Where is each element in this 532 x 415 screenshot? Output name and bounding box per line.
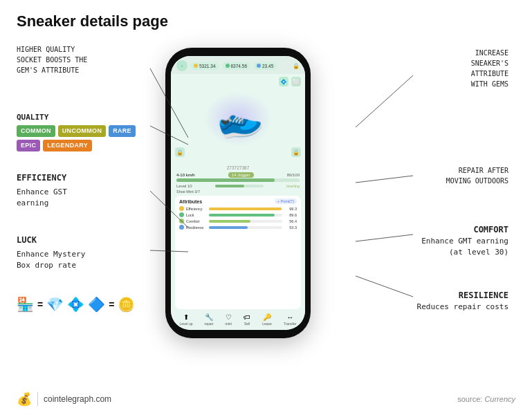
resilience-icon [179,225,184,230]
hp-bar-row [171,178,305,183]
resilience-annotation: RESILIENCE Reduces repair costs [417,290,508,313]
attr-efficiency-row: Efficiency 99.3 [179,206,297,211]
attr-luck-label: Luck [186,213,207,217]
shop-icon: 🏪 [17,296,34,313]
shoe-mint-label: Shoe Mint 3/7 [176,190,200,194]
stat-blue-value: 23.45 [262,64,273,68]
attr-comfort-label: Comfort [186,219,207,223]
shoe-mint-row: Shoe Mint 3/7 [171,189,305,194]
repair-annotation: REPAIR AFTERMOVING OUTDOORS [446,165,508,186]
phone-screen: ‹ 5321.34 6374.56 23.45 [171,56,305,330]
attributes-title: Attributes [179,199,202,204]
higher-quality-annotation: HIGHER QUALITYSOCKET BOOSTS THEGEM'S ATT… [17,44,87,75]
stat-green-value: 6374.56 [231,64,248,68]
badge-epic: EPIC [17,140,40,151]
page-container: Sneaker details page HIGHER QUALITYSOCKE… [0,0,532,415]
attr-efficiency-value: 99.3 [284,207,297,211]
source-prefix: source: [457,395,484,403]
phone-mockup: ‹ 5321.34 6374.56 23.45 [165,48,311,338]
nav-lease-label: Lease [262,322,272,326]
lock-icon: 🔒 [293,63,300,69]
nav-mint-label: mint [226,322,232,326]
nav-repair[interactable]: 🔧 repair [205,313,214,326]
luck-label: LUCK [17,234,85,246]
gem-socket-1[interactable]: 💠 [279,77,288,86]
lease-icon: 🔑 [263,313,271,321]
nav-sell-label: Sell [244,322,250,326]
main-content: HIGHER QUALITYSOCKET BOOSTS THEGEM'S ATT… [17,37,515,404]
footer-divider [37,392,38,406]
footer-site: cointelegraph.com [44,394,111,404]
repair-icon: 🔧 [205,313,213,321]
resilience-label: RESILIENCE [417,290,508,302]
efficiency-icon [179,206,184,211]
nav-lease[interactable]: 🔑 Lease [262,313,272,326]
right-panel: INCREASESNEAKER'SATTRIBUTEWITH GEMS REPA… [321,37,515,404]
phone-bottom-nav: ⬆ Level up 🔧 repair ♡ mint 🏷 [171,311,305,330]
nav-repair-label: repair [205,322,214,326]
sneaker-area: 👟 💠 ⬜ 🔒 🔒 [171,74,305,164]
badge-legendary: LEGENDARY [43,140,92,151]
phone-notch [214,48,262,56]
center-panel: ‹ 5321.34 6374.56 23.45 [155,37,321,404]
socket-right[interactable]: 🔒 [291,147,301,157]
attr-efficiency-label: Efficiency [186,207,207,211]
comfort-desc: Enhance GMT earning(at level 30) [421,236,508,259]
level-bar-inner [215,185,244,187]
hp-label: 80/100 [287,173,300,177]
attr-resilience-label: Resilience [186,225,207,230]
attr-comfort-value: 56.4 [284,219,297,223]
attributes-section: Attributes + Point(7) Efficiency 99.3 [175,196,301,309]
footer-left: 💰 cointelegraph.com [17,391,111,407]
efficiency-section: EFFICIENCY Enhance GSTearning [17,172,67,210]
luck-section: LUCK Enhance MysteryBox drop rate [17,234,85,272]
gem-socket-2[interactable]: ⬜ [291,77,301,86]
level-label: Level 10 [176,184,192,188]
level-bar [215,185,264,187]
nav-levelup[interactable]: ⬆ Level up [180,313,193,326]
luck-icon [179,212,184,217]
sell-icon: 🏷 [244,313,250,321]
footer-source: source: Currency [457,395,515,403]
efficiency-label: EFFICIENCY [17,172,67,184]
attr-comfort-row: Comfort 56.4 [179,219,297,223]
mint-icon: ♡ [226,313,232,321]
socket-left[interactable]: 🔒 [175,147,185,157]
coin-icon: 🪙 [118,296,135,313]
nav-transfer-label: Transfer [284,322,296,326]
attr-luck-value: 89.6 [284,213,297,217]
gems-icon-3: 🔷 [88,296,105,313]
left-panel: HIGHER QUALITYSOCKET BOOSTS THEGEM'S ATT… [17,37,155,404]
efficiency-desc: Enhance GSTearning [17,187,67,210]
badge-common: COMMON [17,125,55,137]
stat-gold: 5321.34 [190,62,219,70]
attr-luck-fill [209,214,275,216]
hp-bar-outer [176,178,300,182]
stat-blue: 23.45 [253,62,277,70]
points-button[interactable]: + Point(7) [275,199,297,204]
equals-sign-2: = [109,299,114,310]
nav-sell[interactable]: 🏷 Sell [244,313,250,326]
quality-badges: COMMON UNCOMMON RARE EPIC LEGENDARY [17,125,155,151]
leveling-label: leveling [286,184,300,188]
nav-transfer[interactable]: ↔ Transfer [284,313,296,326]
luck-desc: Enhance MysteryBox drop rate [17,249,85,272]
speed-range: 4-10 km/h [176,173,195,177]
attr-header: Attributes + Point(7) [179,199,297,204]
box-icons-row: 🏪 = 💎 💠 🔷 = 🪙 [17,296,135,313]
attr-resilience-value: 53.3 [284,225,297,230]
comfort-annotation: COMFORT Enhance GMT earning(at level 30) [421,224,508,259]
attr-luck-row: Luck 89.6 [179,212,297,217]
back-button[interactable]: ‹ [176,60,187,71]
corner-icons: 💠 ⬜ [279,77,301,86]
levelup-icon: ⬆ [183,313,189,321]
comfort-label: COMFORT [421,224,508,236]
resilience-desc: Reduces repair costs [417,302,508,313]
comfort-icon [179,219,184,223]
token-id: 273727387 [171,164,305,172]
attr-efficiency-fill [209,208,282,210]
hp-bar-inner [176,178,275,182]
nav-mint[interactable]: ♡ mint [226,313,232,326]
stat-green: 6374.56 [222,62,251,70]
badge-uncommon: UNCOMMON [58,125,106,137]
